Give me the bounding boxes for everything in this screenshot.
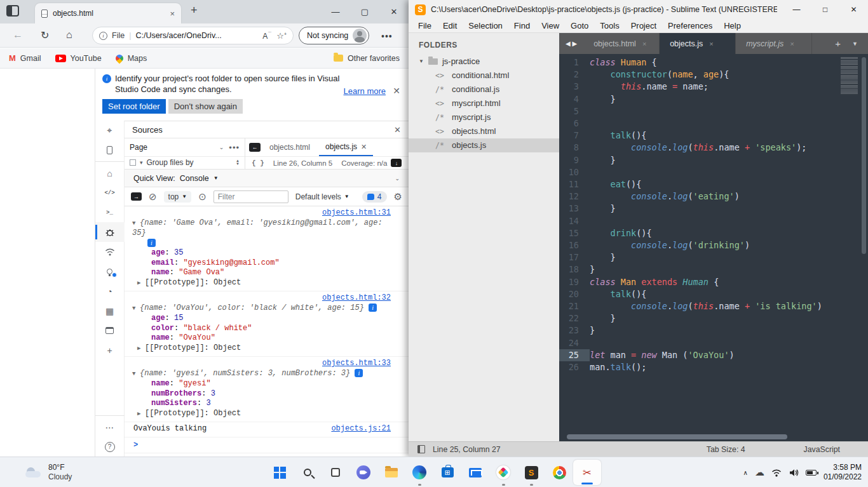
read-aloud-icon[interactable]: A⌒	[262, 31, 272, 41]
bookmark-youtube[interactable]: YouTube	[55, 54, 102, 63]
menu-file[interactable]: File	[412, 21, 437, 30]
rail-more-icon[interactable]: ⋯	[95, 417, 125, 437]
other-favorites-button[interactable]: Other favorites	[334, 54, 400, 63]
tab-console-icon[interactable]: >_	[95, 203, 125, 222]
expand-triangle-icon[interactable]: ▼	[419, 58, 424, 64]
sidebar-file-myscript.js[interactable]: /*myscript.js	[409, 110, 559, 124]
sidebar-file-myscript.html[interactable]: <>myscript.html	[409, 97, 559, 110]
sublime-editor[interactable]: 1class Human {2 constructor(name, age){3…	[559, 54, 868, 441]
home-icon[interactable]: ⌂	[66, 29, 72, 41]
tab-sources-bug-icon[interactable]	[95, 222, 125, 242]
tab-close-icon[interactable]: ×	[790, 40, 794, 48]
console-prototype-row[interactable]: ▶[[Prototype]]: Object	[132, 409, 391, 420]
console-settings-gear-icon[interactable]: ⚙	[394, 191, 402, 203]
devtools-close-icon[interactable]: ✕	[394, 125, 401, 135]
infobar-close-icon[interactable]: ✕	[393, 86, 400, 96]
info-badge-icon[interactable]: i	[355, 369, 363, 377]
mail-button[interactable]	[461, 457, 489, 487]
tab-scroll-arrows[interactable]: ◀ ▶	[559, 33, 583, 54]
scroll-stepper-icon[interactable]: ▲▼	[236, 159, 240, 166]
tab-memory-chip-icon[interactable]: ▦	[95, 301, 125, 321]
menu-view[interactable]: View	[536, 21, 565, 30]
tab-network-wifi-icon[interactable]	[95, 242, 125, 262]
console-sidebar-icon[interactable]: →	[131, 192, 142, 201]
tray-chevron-up-icon[interactable]: ∧	[743, 469, 748, 476]
favorite-star-icon[interactable]: ☆+	[276, 31, 287, 41]
microsoft-store-button[interactable]: ⊞	[433, 457, 461, 487]
search-button[interactable]	[294, 457, 322, 487]
tab-close-icon[interactable]: ×	[709, 40, 713, 48]
folder-js-practice[interactable]: ▼ js-practice	[409, 55, 559, 69]
menu-project[interactable]: Project	[625, 21, 662, 30]
collapse-triangle-icon[interactable]: ▼	[132, 304, 140, 314]
chrome-button[interactable]	[545, 457, 573, 487]
status-panel-icon[interactable]	[417, 445, 425, 453]
more-tools-plus-icon[interactable]: +	[95, 340, 125, 360]
minimap[interactable]	[841, 57, 858, 95]
battery-icon[interactable]	[806, 470, 817, 476]
sidebar-file-conditional.js[interactable]: /*conditional.js	[409, 83, 559, 97]
collapse-chevron-icon[interactable]: ⌄	[395, 175, 400, 182]
tab-issues-lightbulb-icon[interactable]	[95, 262, 125, 281]
window-minimize-button[interactable]: —	[782, 0, 811, 19]
menu-edit[interactable]: Edit	[437, 21, 463, 30]
sublime-button[interactable]: S	[517, 457, 545, 487]
menu-preferences[interactable]: Preferences	[662, 21, 718, 30]
taskbar-clock[interactable]: 3:58 PM 01/09/2022	[824, 463, 862, 482]
bookmark-maps[interactable]: Maps	[116, 54, 147, 63]
console-prompt-row[interactable]: >	[125, 437, 409, 453]
console-object-preview[interactable]: ▼{name: 'gyesi', numSisters: 3, numBroth…	[132, 369, 391, 380]
console-source-link[interactable]: objects.js:21	[331, 424, 391, 434]
tab-actions-menu-icon[interactable]	[6, 5, 19, 17]
quick-view-bar[interactable]: Quick View: Console ▼ ⌄	[125, 170, 409, 187]
sidebar-file-objects.js[interactable]: /*objects.js	[409, 138, 559, 152]
menu-selection[interactable]: Selection	[463, 21, 508, 30]
console-object-preview[interactable]: ▼{name: 'Game Ova', email: 'gyesiking@gm…	[132, 218, 391, 239]
tab-overflow-icon[interactable]: ▼	[852, 41, 858, 47]
edge-button[interactable]	[405, 457, 433, 487]
group-files-row[interactable]: ▾ Group files by ▲▼	[125, 157, 245, 168]
expand-triangle-icon[interactable]: ▶	[137, 344, 145, 354]
console-object-preview[interactable]: ▼{name: 'OvaYou', color: 'black / white'…	[132, 304, 391, 314]
checkbox[interactable]	[130, 159, 136, 166]
dont-show-again-button[interactable]: Don't show again	[168, 99, 243, 114]
clear-console-icon[interactable]: ⊘	[149, 191, 157, 203]
coverage-download-icon[interactable]: ↓	[391, 159, 402, 167]
taskbar-weather-widget[interactable]: 80°F Cloudy	[25, 457, 72, 487]
slack-button[interactable]	[489, 457, 517, 487]
window-close-button[interactable]: ✕	[839, 0, 868, 19]
menu-goto[interactable]: Goto	[565, 21, 594, 30]
console-source-link[interactable]: objects.html:32	[322, 293, 391, 302]
sublime-tab-myscript.js[interactable]: myscript.js×	[736, 33, 812, 54]
log-levels-dropdown[interactable]: Default levels ▼	[295, 192, 349, 201]
expand-triangle-icon[interactable]: ▶	[137, 279, 145, 289]
task-view-button[interactable]	[322, 457, 349, 487]
sidebar-file-conditional.html[interactable]: <>conditional.html	[409, 69, 559, 83]
site-info-icon[interactable]: i	[99, 32, 107, 40]
tab-welcome-home-icon[interactable]: ⌂	[95, 163, 125, 183]
refresh-icon[interactable]: ↻	[41, 29, 49, 41]
learn-more-link[interactable]: Learn more	[344, 86, 386, 96]
device-emulation-icon[interactable]	[95, 140, 125, 160]
expand-triangle-icon[interactable]: ▶	[137, 410, 145, 420]
tab-application-icon[interactable]	[95, 321, 125, 340]
chevron-down-icon[interactable]: ⌄	[219, 144, 224, 150]
tab-size-indicator[interactable]: Tab Size: 4	[707, 445, 745, 454]
quick-view-value[interactable]: Console	[180, 174, 209, 183]
info-badge-icon[interactable]: i	[369, 304, 377, 312]
window-close-button[interactable]: ✕	[379, 0, 409, 23]
menu-tools[interactable]: Tools	[594, 21, 625, 30]
info-badge-icon[interactable]: i	[147, 239, 156, 247]
navigator-page-dropdown[interactable]: Page	[130, 143, 147, 152]
address-url[interactable]: C:/Users/acer/OneDriv...	[135, 31, 258, 40]
browser-tab[interactable]: objects.html ×	[35, 3, 181, 23]
window-maximize-button[interactable]: □	[811, 0, 839, 19]
help-icon[interactable]: ?	[95, 437, 125, 457]
new-tab-button[interactable]: +	[191, 4, 198, 17]
start-button[interactable]	[266, 457, 294, 487]
file-explorer-button[interactable]	[377, 457, 405, 487]
console-prototype-row[interactable]: ▶[[Prototype]]: Object	[132, 344, 391, 354]
onedrive-cloud-icon[interactable]: ☁	[755, 467, 764, 478]
editor-tab-objects-html[interactable]: objects.html	[263, 138, 316, 156]
console-filter-input[interactable]	[214, 190, 288, 203]
